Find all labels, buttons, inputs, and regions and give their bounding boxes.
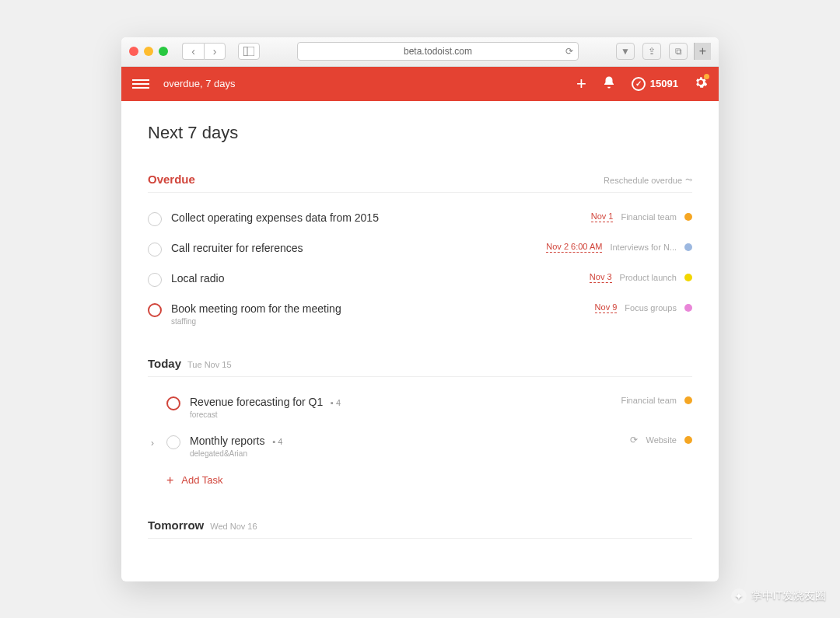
url-bar[interactable]: beta.todoist.com ⟳ — [297, 42, 579, 61]
task-checkbox[interactable] — [148, 212, 162, 226]
task-meta: ⟳ Website — [630, 435, 692, 445]
task-project[interactable]: Product launch — [620, 273, 677, 282]
add-task-label: Add Task — [181, 474, 222, 486]
task-main: Revenue forecasting for Q1 ▪ 4 forecast — [190, 396, 611, 419]
zoom-window-button[interactable] — [159, 47, 168, 56]
svg-rect-0 — [243, 47, 254, 56]
task-due-date[interactable]: Nov 3 — [590, 272, 612, 283]
page-title: Next 7 days — [148, 123, 692, 143]
quick-add-button[interactable]: + — [576, 74, 586, 94]
task-project[interactable]: Focus groups — [625, 303, 677, 312]
recurring-icon: ⟳ — [630, 435, 638, 445]
comment-icon[interactable]: ▪ 4 — [272, 437, 282, 446]
reschedule-overdue-link[interactable]: Reschedule overdue ⤳ — [604, 175, 692, 185]
today-section: Today Tue Nov 15 › Revenue forecasting f… — [148, 357, 692, 495]
task-title: Call recruiter for references — [171, 242, 537, 254]
browser-window: ‹ › beta.todoist.com ⟳ ▼ ⇪ ⧉ + overdue, … — [121, 37, 719, 581]
karma-display[interactable]: ✓ 15091 — [632, 77, 678, 91]
project-color-dot — [684, 304, 692, 312]
project-color-dot — [684, 213, 692, 221]
task-main: Local radio — [171, 272, 580, 285]
task-row[interactable]: Call recruiter for references Nov 2 6:00… — [148, 234, 692, 264]
task-row[interactable]: › Monthly reports ▪ 4 delegated&Arian ⟳ … — [148, 427, 692, 466]
task-due-date[interactable]: Nov 1 — [591, 211, 614, 222]
task-main: Collect operating expenses data from 201… — [171, 211, 582, 224]
plus-icon: + — [166, 473, 173, 487]
overdue-title: Overdue — [148, 173, 195, 186]
task-main: Monthly reports ▪ 4 delegated&Arian — [190, 435, 621, 458]
task-row[interactable]: › Revenue forecasting for Q1 ▪ 4 forecas… — [148, 388, 692, 427]
main-scroll[interactable]: Next 7 days Overdue Reschedule overdue ⤳… — [121, 101, 719, 581]
close-window-button[interactable] — [129, 47, 138, 56]
comment-icon[interactable]: ▪ 4 — [331, 398, 341, 407]
task-project[interactable]: Website — [646, 435, 677, 445]
task-checkbox[interactable] — [148, 243, 162, 257]
karma-badge-icon: ✓ — [632, 77, 646, 91]
overdue-section: Overdue Reschedule overdue ⤳ Collect ope… — [148, 173, 692, 333]
sidebar-toggle-button[interactable] — [238, 43, 260, 60]
task-row[interactable]: Book meeting room for the meeting staffi… — [148, 295, 692, 333]
settings-button[interactable] — [694, 75, 708, 93]
add-task-button[interactable]: + Add Task — [148, 466, 692, 495]
tabs-button[interactable]: ⧉ — [669, 43, 688, 60]
new-tab-button[interactable]: + — [694, 43, 711, 60]
task-project[interactable]: Financial team — [621, 396, 677, 405]
task-project[interactable]: Interviews for N... — [610, 243, 677, 252]
task-checkbox[interactable] — [148, 303, 162, 317]
tomorrow-title: Tomorrow — [148, 518, 204, 532]
karma-points: 15091 — [650, 78, 678, 89]
expand-icon[interactable]: › — [148, 438, 157, 449]
task-subtitle: staffing — [171, 317, 586, 326]
browser-titlebar: ‹ › beta.todoist.com ⟳ ▼ ⇪ ⧉ + — [121, 37, 719, 67]
toolbar-icons: ▼ ⇪ ⧉ — [616, 43, 688, 60]
tomorrow-section: Tomorrow Wed Nov 16 — [148, 518, 692, 539]
notifications-button[interactable] — [602, 75, 616, 93]
overdue-header: Overdue Reschedule overdue ⤳ — [148, 173, 692, 193]
tomorrow-date: Wed Nov 16 — [210, 522, 257, 531]
task-checkbox[interactable] — [166, 396, 180, 410]
downloads-button[interactable]: ▼ — [616, 43, 635, 60]
breadcrumb: overdue, 7 days — [163, 78, 236, 89]
back-button[interactable]: ‹ — [182, 43, 204, 60]
task-title: Local radio — [171, 272, 580, 285]
app-body: overdue, 7 days + ✓ 15091 — [121, 67, 719, 581]
task-row[interactable]: Collect operating expenses data from 201… — [148, 204, 692, 234]
window-controls — [129, 47, 168, 56]
app-topbar: overdue, 7 days + ✓ 15091 — [121, 67, 719, 101]
task-checkbox[interactable] — [166, 435, 180, 449]
task-main: Call recruiter for references — [171, 242, 537, 254]
task-due-date[interactable]: Nov 2 6:00 AM — [546, 242, 602, 253]
reload-icon[interactable]: ⟳ — [565, 46, 573, 57]
minimize-window-button[interactable] — [144, 47, 153, 56]
content-wrap: overdue, 7 days + ✓ 15091 — [121, 67, 719, 581]
url-text: beta.todoist.com — [404, 46, 472, 57]
task-checkbox[interactable] — [148, 273, 162, 287]
project-color-dot — [684, 274, 692, 281]
task-meta: Nov 2 6:00 AM Interviews for N... — [546, 242, 692, 253]
svg-rect-1 — [243, 47, 247, 56]
share-button[interactable]: ⇪ — [642, 43, 661, 60]
forward-button[interactable]: › — [204, 43, 226, 60]
task-title: Monthly reports ▪ 4 — [190, 435, 621, 447]
task-main: Book meeting room for the meeting staffi… — [171, 302, 586, 326]
task-meta: Nov 1 Financial team — [591, 211, 692, 222]
menu-icon[interactable] — [132, 79, 149, 89]
task-subtitle: forecast — [190, 410, 611, 419]
reschedule-icon: ⤳ — [685, 175, 692, 185]
today-header: Today Tue Nov 15 — [148, 357, 692, 377]
project-color-dot — [684, 396, 692, 404]
task-title: Book meeting room for the meeting — [171, 302, 586, 315]
settings-notification-dot — [704, 74, 709, 79]
task-due-date[interactable]: Nov 9 — [595, 302, 618, 313]
nav-buttons: ‹ › — [182, 43, 226, 60]
today-title: Today — [148, 357, 181, 370]
today-date: Tue Nov 15 — [187, 360, 231, 369]
wechat-icon: ✦ — [731, 588, 747, 604]
task-project[interactable]: Financial team — [621, 212, 677, 222]
topbar-right: + ✓ 15091 — [576, 74, 708, 94]
task-meta: Financial team — [621, 396, 692, 405]
task-row[interactable]: Local radio Nov 3 Product launch — [148, 264, 692, 295]
watermark: ✦ 掌中IT发烧友圈 — [731, 588, 826, 604]
task-title: Revenue forecasting for Q1 ▪ 4 — [190, 396, 611, 408]
project-color-dot — [684, 243, 692, 251]
